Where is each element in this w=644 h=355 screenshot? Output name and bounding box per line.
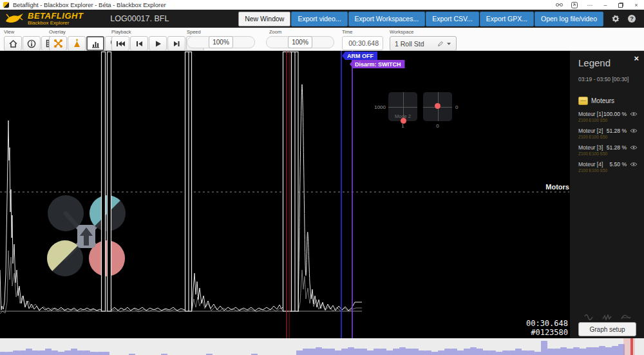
speed-label: Speed [187,29,255,35]
field-settings: Z100 E100 S50 [578,135,638,139]
blackbox-explorer-app: Betaflight - Blackbox Explorer - Béta - … [0,0,644,355]
seekbar-waveform [0,338,644,355]
time-input[interactable]: 00:30.648 [342,36,383,50]
betaflight-logo: BETAFLIGHT Blackbox Explorer [5,12,83,26]
right-stick-bottom-value: 0 [423,123,452,129]
app-favicon [3,2,9,8]
field-settings: Z100 E100 S50 [578,168,638,173]
motors-axis-label: Motors [545,183,569,191]
visibility-eye-icon[interactable] [630,162,638,167]
current-frame: #0123580 [489,329,568,338]
side-panel-icon[interactable] [567,0,582,10]
workspace-value: 1 Roll Std [395,40,424,48]
visibility-eye-icon[interactable] [630,128,638,133]
motor-traces [0,51,644,338]
close-window-icon[interactable]: × [629,0,644,10]
legend-close-icon[interactable]: × [634,53,639,63]
field-value: 51.28 % [607,128,627,134]
brand-title: BETAFLIGHT [28,12,83,20]
overlay-sticks-button[interactable] [68,36,86,51]
time-label: Time [342,29,383,35]
current-time-frame: 00:30.648 #0123580 [489,320,568,337]
log-filename: LOG00017. BFL [110,14,169,23]
speed-slider[interactable]: 100% [187,36,255,48]
seekbar-current-region [623,338,635,355]
restore-icon[interactable] [613,0,629,10]
new-window-button[interactable]: New Window [238,12,290,26]
field-name[interactable]: Moteur [3] [578,144,607,151]
toolbar: View Overlay [0,28,644,51]
field-name[interactable]: Moteur [2] [578,128,607,134]
more-menu-icon[interactable]: ⋯ [582,0,598,10]
play-button[interactable] [149,36,167,51]
field-value: 5.50 % [610,161,627,168]
window-title: Betaflight - Blackbox Explorer - Béta - … [13,1,551,8]
app-header: BETAFLIGHT Blackbox Explorer LOG00017. B… [0,10,644,28]
field-settings: Z100 E100 S50 [578,151,638,156]
arm-off-badge: ARM OFF [342,52,377,60]
field-settings: Z100 E100 S50 [578,118,638,122]
field-name[interactable]: Moteur [4] [578,161,610,168]
left-stick-bottom-value: 1 [388,123,417,129]
export-video-button[interactable]: Export video... [291,12,347,26]
view-info-button[interactable] [23,36,41,51]
export-gpx-button[interactable]: Export GPX... [480,12,534,26]
collapse-group-icon[interactable]: — [578,97,588,105]
edit-workspace-icon[interactable] [437,41,444,47]
field-value: 51.28 % [607,144,627,151]
step-back-button[interactable] [130,36,148,51]
view-home-button[interactable] [4,36,22,51]
legend-time-range: 03:19 - 03:50 [00:30] [578,76,638,82]
visibility-eye-icon[interactable] [630,111,638,117]
overlay-analyser-button[interactable] [86,36,104,51]
zoom-value[interactable]: 100% [288,36,312,48]
help-icon[interactable]: ? [625,12,639,26]
right-stick-box [423,92,452,121]
right-stick-dot [435,103,440,109]
legend-group-motors[interactable]: — Moteurs [578,97,638,105]
svg-text:?: ? [630,15,634,22]
legend-row-motor2: Moteur [2] 51.28 % Z100 E100 S50 [578,128,638,139]
visibility-eye-icon[interactable] [630,145,638,150]
graph-canvas[interactable]: ARM OFF Disarm: SWITCH 1000 Mode 2 0 1 0… [0,51,644,338]
seekbar-cursor[interactable] [630,338,633,355]
smoothing-low-icon[interactable] [583,313,594,321]
browser-essentials-icon[interactable] [551,0,567,10]
export-workspaces-button[interactable]: Export Workspaces... [348,12,426,26]
legend-row-motor3: Moteur [3] 51.28 % Z100 E100 S50 [578,144,638,156]
graph-setup-button[interactable]: Graph setup [578,322,636,336]
left-stick-box: Mode 2 [388,92,417,121]
jump-to-start-button[interactable] [111,36,129,51]
zoom-slider[interactable]: 100% [266,36,334,48]
smoothing-high-icon[interactable] [621,313,631,321]
seekbar[interactable] [0,338,644,355]
chevron-down-icon[interactable] [446,42,451,46]
speed-value[interactable]: 100% [209,36,233,48]
legend-panel: × Legend 03:19 - 03:50 [00:30] — Moteurs… [570,51,644,338]
open-log-button[interactable]: Open log file/video [535,12,603,26]
sticks-overlay: 1000 Mode 2 0 1 0 [374,90,464,130]
workspace-select[interactable]: 1 Roll Std [390,36,457,51]
smoothing-mid-icon[interactable] [602,313,612,321]
minimize-icon[interactable]: – [598,0,613,10]
disarm-switch-badge: Disarm: SWITCH [350,60,405,68]
step-forward-button[interactable] [167,36,185,51]
field-name[interactable]: Moteur [1] [578,111,603,117]
legend-title: Legend [578,57,638,68]
workspace-label: Workspace [390,29,457,35]
export-csv-button[interactable]: Export CSV... [426,12,479,26]
field-value: 100.00 % [603,111,627,117]
betaflight-hornet-icon [5,12,24,26]
legend-group-name: Moteurs [591,97,614,104]
current-time: 00:30.648 [489,320,568,329]
overlay-craft-button[interactable] [49,36,67,51]
legend-row-motor4: Moteur [4] 5.50 % Z100 E100 S50 [578,161,638,173]
settings-gear-icon[interactable] [609,12,623,26]
os-titlebar: Betaflight - Blackbox Explorer - Béta - … [0,0,644,10]
legend-row-motor1: Moteur [1] 100.00 % Z100 E100 S50 [578,111,638,122]
right-stick-axis-value: 0 [455,104,458,110]
zoom-label: Zoom [269,29,334,35]
left-stick-axis-value: 1000 [374,104,386,110]
brand-subtitle: Blackbox Explorer [28,21,83,26]
